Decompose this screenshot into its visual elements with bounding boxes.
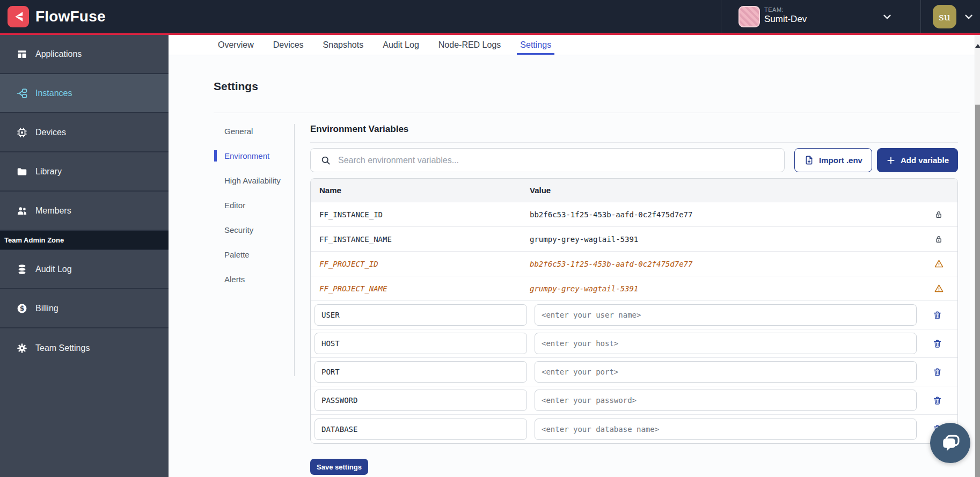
table-row-editable	[311, 301, 957, 329]
top-header-bar: FlowFuse TEAM: Sumit-Dev su	[0, 0, 980, 33]
env-var-name: FF_INSTANCE_ID	[311, 210, 530, 219]
settings-nav-general[interactable]: General	[214, 126, 289, 137]
table-row-editable	[311, 386, 957, 415]
sidebar-item-team-settings[interactable]: Team Settings	[0, 328, 169, 368]
tab-node-red-logs[interactable]: Node-RED Logs	[438, 35, 501, 55]
table-header-row: Name Value	[311, 179, 957, 202]
trash-icon	[932, 367, 942, 377]
tab-snapshots[interactable]: Snapshots	[323, 35, 364, 55]
env-var-value: bb2f6c53-1f25-453b-aafd-0c2f475d7e77	[530, 210, 920, 219]
table-row-deprecated: FF_PROJECT_ID bb2f6c53-1f25-453b-aafd-0c…	[311, 252, 957, 276]
sidebar-item-label: Team Settings	[35, 343, 90, 353]
sidebar-item-label: Audit Log	[35, 265, 72, 274]
sidebar-item-label: Billing	[35, 304, 58, 313]
env-var-value-input[interactable]	[535, 304, 917, 326]
section-divider	[310, 142, 958, 143]
subnav-divider	[294, 124, 295, 376]
team-label: TEAM:	[764, 6, 807, 13]
settings-nav-palette[interactable]: Palette	[214, 249, 289, 260]
sidebar-section-team-admin-zone: Team Admin Zone	[0, 231, 169, 250]
sidebar-item-billing[interactable]: $ Billing	[0, 289, 169, 328]
table-row-editable	[311, 329, 957, 358]
team-selector[interactable]: TEAM: Sumit-Dev	[764, 6, 807, 25]
trash-icon	[932, 395, 942, 406]
svg-text:$: $	[20, 305, 25, 312]
env-var-name: FF_INSTANCE_NAME	[311, 235, 530, 244]
env-var-value-input[interactable]	[535, 361, 917, 383]
env-var-name-input[interactable]	[315, 361, 527, 383]
env-toolbar: Import .env Add variable	[310, 148, 958, 172]
settings-nav-security[interactable]: Security	[214, 224, 289, 236]
sidebar-item-label: Applications	[35, 49, 82, 59]
delete-variable-button[interactable]	[917, 367, 957, 377]
settings-nav-high-availability[interactable]: High Availability	[214, 175, 289, 186]
plus-icon	[886, 156, 896, 165]
table-row-editable	[311, 358, 957, 386]
delete-variable-button[interactable]	[917, 339, 957, 349]
page-scrollbar[interactable]	[975, 35, 980, 477]
tab-settings[interactable]: Settings	[520, 35, 551, 55]
sidebar-item-instances[interactable]: Instances	[0, 74, 169, 113]
flowfuse-logo-icon	[8, 6, 29, 27]
header-divider	[920, 0, 921, 33]
settings-nav-alerts[interactable]: Alerts	[214, 274, 289, 285]
settings-nav-environment[interactable]: Environment	[214, 150, 289, 162]
warning-icon	[934, 283, 944, 293]
import-env-button[interactable]: Import .env	[794, 148, 872, 172]
warning-icon	[934, 259, 944, 269]
env-var-value-input[interactable]	[535, 333, 917, 354]
tab-overview[interactable]: Overview	[218, 35, 254, 55]
save-settings-button[interactable]: Save settings	[310, 459, 368, 475]
search-input[interactable]	[338, 156, 784, 165]
sidebar-item-applications[interactable]: Applications	[0, 35, 169, 74]
sidebar-item-members[interactable]: Members	[0, 192, 169, 231]
lock-icon	[934, 234, 944, 244]
sidebar-item-label: Instances	[35, 89, 72, 98]
team-avatar[interactable]	[738, 6, 760, 27]
user-menu-chevron-down-icon[interactable]	[963, 11, 975, 25]
delete-variable-button[interactable]	[917, 395, 957, 406]
add-variable-button[interactable]: Add variable	[877, 148, 958, 172]
env-var-name-input[interactable]	[315, 333, 527, 354]
env-var-value-input[interactable]	[535, 419, 917, 440]
env-var-name: FF_PROJECT_ID	[311, 260, 530, 268]
instances-icon	[16, 87, 28, 99]
brand-accent-line	[0, 33, 980, 35]
delete-variable-button[interactable]	[917, 310, 957, 320]
user-avatar[interactable]: su	[933, 5, 956, 28]
env-variables-table: Name Value FF_INSTANCE_ID bb2f6c53-1f25-…	[310, 178, 958, 444]
settings-nav-editor[interactable]: Editor	[214, 200, 289, 211]
members-icon	[16, 205, 28, 217]
applications-icon	[16, 48, 28, 60]
devices-icon	[16, 127, 28, 138]
chat-widget-button[interactable]	[930, 423, 970, 463]
gear-icon	[16, 342, 28, 354]
env-var-name: FF_PROJECT_NAME	[311, 284, 530, 293]
sidebar-item-label: Members	[35, 206, 71, 216]
scrollbar-up-arrow-icon[interactable]	[975, 44, 980, 48]
team-chevron-down-icon[interactable]	[881, 11, 893, 25]
lock-icon	[934, 210, 944, 219]
tab-devices[interactable]: Devices	[273, 35, 304, 55]
env-var-value-input[interactable]	[535, 390, 917, 411]
scrollbar-thumb[interactable]	[975, 105, 980, 477]
tab-audit-log[interactable]: Audit Log	[383, 35, 419, 55]
sidebar-item-library[interactable]: Library	[0, 152, 169, 192]
page-title: Settings	[214, 80, 258, 93]
billing-icon: $	[16, 303, 28, 314]
table-row-deprecated: FF_PROJECT_NAME grumpy-grey-wagtail-5391	[311, 276, 957, 301]
env-var-name-input[interactable]	[315, 419, 527, 440]
env-var-name-input[interactable]	[315, 390, 527, 411]
brand-wordmark: FlowFuse	[35, 8, 106, 25]
instance-tabbar: Overview Devices Snapshots Audit Log Nod…	[169, 35, 980, 55]
env-var-name-input[interactable]	[315, 304, 527, 326]
library-icon	[16, 166, 28, 178]
settings-subnav: General Environment High Availability Ed…	[214, 126, 289, 298]
sidebar-section-label: Team Admin Zone	[4, 236, 64, 244]
column-header-value: Value	[530, 186, 920, 195]
sidebar-item-audit-log[interactable]: Audit Log	[0, 250, 169, 289]
import-env-label: Import .env	[819, 156, 862, 165]
env-var-value: grumpy-grey-wagtail-5391	[530, 284, 920, 293]
sidebar-item-devices[interactable]: Devices	[0, 113, 169, 152]
brand-logo[interactable]: FlowFuse	[8, 6, 106, 27]
